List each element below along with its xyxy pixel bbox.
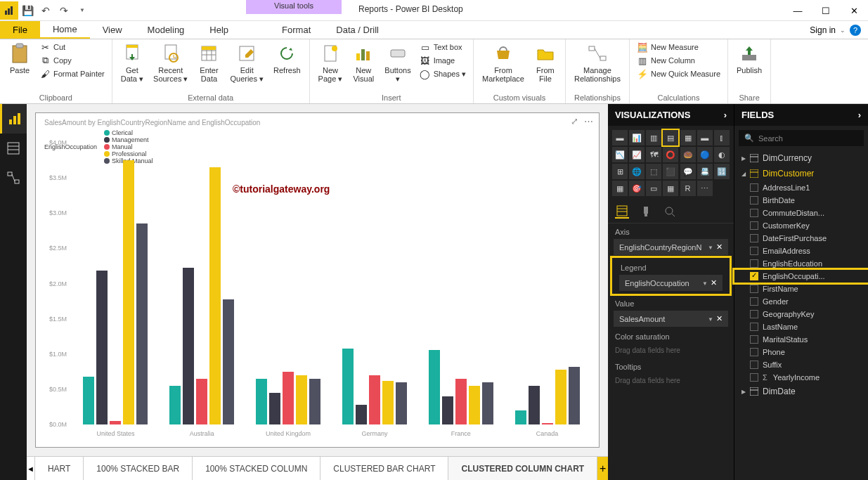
field-row[interactable]: Phone (734, 346, 868, 358)
checkbox[interactable] (750, 373, 758, 382)
report-view-button[interactable] (0, 104, 27, 134)
field-row[interactable]: EmailAddress (734, 245, 868, 257)
buttons-button[interactable]: Buttons ▾ (380, 41, 415, 85)
modeling-tab[interactable]: Modeling (135, 21, 197, 39)
page-tab-3[interactable]: CLUSTERED BAR CHART (320, 457, 448, 480)
remove-icon[interactable]: ✕ (716, 242, 723, 251)
image-button[interactable]: 🖼Image (417, 54, 469, 67)
viz-type-tile[interactable]: ▦ (612, 181, 628, 196)
viz-type-tile[interactable]: 🔢 (714, 164, 730, 179)
data-drill-tab[interactable]: Data / Drill (323, 21, 391, 39)
bar[interactable] (442, 396, 453, 424)
format-tab-icon[interactable] (639, 205, 653, 219)
table-dim-currency[interactable]: ▶DimCurrency (734, 150, 868, 166)
checkbox[interactable] (750, 259, 758, 268)
viz-type-tile[interactable]: 🌐 (629, 164, 644, 179)
bar[interactable] (515, 410, 526, 424)
bar[interactable] (96, 271, 108, 424)
bar[interactable] (342, 349, 354, 424)
sign-in-button[interactable]: Sign in ⌄ ? (803, 21, 868, 39)
bar[interactable] (136, 223, 148, 424)
viz-type-tile[interactable]: ⭕ (663, 147, 678, 162)
fields-search-input[interactable]: 🔍Search (739, 130, 864, 146)
close-button[interactable]: ✕ (840, 0, 868, 21)
bar[interactable] (529, 386, 540, 424)
undo-icon[interactable]: ↶ (37, 1, 55, 20)
model-view-button[interactable] (0, 163, 27, 193)
new-page-button[interactable]: New Page ▾ (314, 41, 347, 85)
checkbox[interactable] (750, 310, 758, 318)
bar[interactable] (283, 372, 294, 424)
viz-type-tile[interactable]: 🗺 (646, 147, 661, 162)
bar[interactable] (356, 405, 367, 424)
viz-type-tile[interactable]: ⊞ (612, 164, 628, 179)
view-tab[interactable]: View (90, 21, 135, 39)
field-row[interactable]: MaritalStatus (734, 333, 868, 346)
table-dim-customer[interactable]: ◢DimCustomer (734, 166, 868, 181)
redo-icon[interactable]: ↷ (55, 1, 73, 20)
chart-visual[interactable]: ⤢ ⋯ SalesAmount by EnglishCountryRegionN… (35, 112, 600, 448)
shapes-button[interactable]: ◯Shapes ▾ (417, 67, 469, 80)
bar[interactable] (455, 379, 467, 424)
viz-type-tile[interactable]: 🔵 (697, 147, 713, 162)
visualizations-header[interactable]: VISUALIZATIONS› (608, 104, 734, 126)
refresh-button[interactable]: Refresh (269, 41, 305, 76)
field-row[interactable]: Gender (734, 295, 868, 308)
bar[interactable] (569, 367, 580, 424)
field-row[interactable]: CommuteDistan... (734, 207, 868, 219)
checkbox[interactable] (750, 183, 758, 192)
bar[interactable] (123, 160, 134, 424)
viz-type-tile[interactable]: ▬ (697, 130, 713, 145)
table-dim-date[interactable]: ▶DimDate (734, 384, 868, 399)
checkbox[interactable] (750, 196, 758, 205)
bar[interactable] (209, 167, 221, 424)
format-painter-button[interactable]: 🖌Format Painter (37, 67, 108, 80)
color-saturation-placeholder[interactable]: Drag data fields here (608, 342, 734, 358)
new-visual-button[interactable]: New Visual (348, 41, 379, 84)
field-row[interactable]: CustomerKey (734, 219, 868, 232)
page-tab-1[interactable]: 100% STACKED BAR (84, 457, 193, 480)
checkbox[interactable] (750, 272, 758, 280)
field-row[interactable]: ΣYearlyIncome (734, 371, 868, 384)
bar[interactable] (83, 377, 94, 424)
tooltips-placeholder[interactable]: Drag data fields here (608, 372, 734, 389)
bar[interactable] (183, 268, 194, 424)
bar[interactable] (169, 386, 181, 424)
viz-type-tile[interactable]: 📊 (629, 130, 644, 145)
viz-type-tile[interactable]: ▥ (646, 130, 661, 145)
viz-type-tile[interactable]: ⋯ (697, 181, 713, 196)
checkbox[interactable] (750, 335, 758, 344)
bar[interactable] (223, 299, 234, 424)
field-row[interactable]: LastName (734, 320, 868, 333)
analytics-tab-icon[interactable] (663, 205, 677, 219)
viz-type-tile[interactable]: ⫿ (714, 130, 730, 145)
viz-type-tile[interactable]: 💬 (680, 164, 696, 179)
bar[interactable] (429, 350, 440, 424)
bar[interactable] (555, 370, 566, 424)
field-row[interactable]: DateFirstPurchase (734, 232, 868, 245)
bar[interactable] (296, 375, 307, 424)
new-column-button[interactable]: ▥New Column (634, 54, 723, 67)
viz-type-tile[interactable]: ▦ (680, 130, 696, 145)
field-row[interactable]: AddressLine1 (734, 181, 868, 194)
fields-header[interactable]: FIELDS› (734, 104, 868, 126)
new-measure-button[interactable]: 🧮New Measure (634, 41, 723, 53)
viz-type-tile[interactable]: 📉 (612, 147, 628, 162)
manage-relationships-button[interactable]: Manage Relationships (570, 41, 625, 84)
checkbox[interactable] (750, 361, 758, 369)
copy-button[interactable]: ⧉Copy (37, 54, 108, 67)
bar[interactable] (369, 375, 380, 424)
bar[interactable] (196, 379, 207, 424)
paste-button[interactable]: Paste (4, 41, 35, 76)
viz-type-tile[interactable]: ▭ (646, 181, 661, 196)
file-tab[interactable]: File (0, 21, 40, 39)
field-row[interactable]: BirthDate (734, 194, 868, 207)
viz-type-tile[interactable]: ▦ (663, 181, 678, 196)
maximize-button[interactable]: ☐ (812, 0, 840, 21)
viz-type-tile[interactable]: 🎯 (629, 181, 644, 196)
text-box-button[interactable]: ▭Text box (417, 41, 469, 53)
publish-button[interactable]: Publish (732, 41, 766, 76)
field-row[interactable]: Suffix (734, 358, 868, 371)
remove-icon[interactable]: ✕ (716, 314, 723, 323)
from-file-button[interactable]: From File (530, 41, 561, 84)
